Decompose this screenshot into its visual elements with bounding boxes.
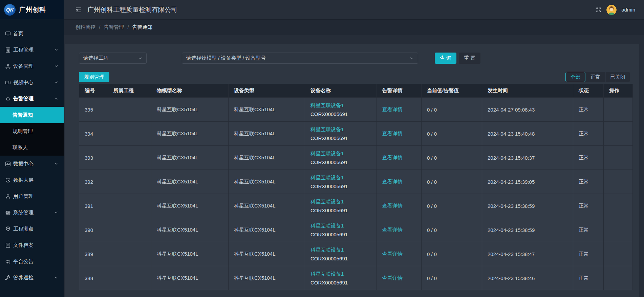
sidebar-item-archives[interactable]: 文件档案: [0, 237, 64, 253]
sidebar-item-data-screen[interactable]: 数据大屏: [0, 172, 64, 188]
cell-type: 科星互联CX5104L: [229, 122, 305, 146]
sidebar-item-label: 设备管理: [13, 63, 54, 70]
project-select[interactable]: 请选择工程: [79, 53, 147, 64]
chevron-down-icon: [54, 162, 58, 166]
sidebar-item-users[interactable]: 用户管理: [0, 188, 64, 204]
sidebar-item-home[interactable]: 首页: [0, 25, 64, 42]
view-detail-link[interactable]: 查看详情: [382, 227, 403, 233]
device-link[interactable]: 科星互联设备1: [310, 223, 344, 229]
file-icon: [5, 242, 11, 248]
sidebar-item-announcements[interactable]: 平台公告: [0, 253, 64, 270]
chevron-down-icon: [54, 276, 58, 280]
device-code: CORX00005691: [310, 159, 374, 165]
pin-icon: [5, 226, 11, 232]
search-button[interactable]: 查 询: [435, 53, 456, 64]
logo: QK 广州创科: [0, 0, 64, 19]
cell-project: [108, 194, 151, 218]
brand-name: 广州创科: [19, 5, 46, 14]
app-root: QK 广州创科 首页 工程管理 设备管理 视频中心: [0, 0, 644, 297]
sidebar-item-label: 数据中心: [13, 161, 54, 167]
breadcrumb: 创科智控 / 告警管理 / 告警通知: [64, 19, 644, 35]
cell-type: 科星互联CX5104L: [229, 194, 305, 218]
fullscreen-icon[interactable]: [596, 7, 602, 13]
device-code: CORX00005691: [310, 207, 374, 213]
cell-value: 0 / 0: [422, 266, 482, 290]
cell-id: 395: [79, 98, 108, 122]
breadcrumb-separator: /: [127, 24, 129, 30]
filter-row: 请选择工程 请选择物模型 / 设备类型 / 设备型号 查 询 重 置: [79, 53, 632, 64]
cell-model: 科星互联CX5104L: [151, 194, 229, 218]
breadcrumb-item-root[interactable]: 创科智控: [75, 24, 95, 31]
toolbar-row: 规则管理 全部 正常 已关闭: [79, 72, 632, 82]
cell-project: [108, 98, 151, 122]
model-select-placeholder: 请选择物模型 / 设备类型 / 设备型号: [186, 55, 266, 61]
sidebar-subitem-alarm-notice[interactable]: 告警通知: [0, 107, 64, 123]
device-code: CORX00005691: [310, 135, 374, 141]
view-detail-link[interactable]: 查看详情: [382, 203, 403, 209]
cell-type: 科星互联CX5104L: [229, 242, 305, 266]
cell-detail: 查看详情: [377, 146, 422, 170]
cell-model: 科星互联CX5104L: [151, 242, 229, 266]
device-link[interactable]: 科星互联设备1: [310, 271, 344, 277]
view-detail-link[interactable]: 查看详情: [382, 131, 403, 136]
project-icon: [5, 47, 11, 53]
view-detail-link[interactable]: 查看详情: [382, 179, 403, 184]
cell-project: [108, 266, 151, 290]
cell-project: [108, 146, 151, 170]
device-link[interactable]: 科星互联设备1: [310, 247, 344, 253]
username[interactable]: admin: [621, 7, 635, 13]
chart-icon: [5, 161, 11, 167]
tab-all[interactable]: 全部: [565, 72, 585, 82]
device-link[interactable]: 科星互联设备1: [310, 175, 344, 180]
cell-device: 科星互联设备1CORX00005691: [305, 218, 377, 242]
tab-closed[interactable]: 已关闭: [605, 72, 630, 82]
sidebar-subitem-rule-manage[interactable]: 规则管理: [0, 123, 64, 139]
breadcrumb-separator: /: [99, 24, 100, 30]
tab-normal[interactable]: 正常: [585, 72, 605, 82]
cell-op: [604, 194, 633, 218]
breadcrumb-item-alarm-manage[interactable]: 告警管理: [104, 24, 124, 31]
rules-manage-button[interactable]: 规则管理: [79, 72, 109, 82]
view-detail-link[interactable]: 查看详情: [382, 155, 403, 160]
cell-status: 正常: [573, 122, 604, 146]
device-link[interactable]: 科星互联设备1: [310, 199, 344, 204]
cell-device: 科星互联设备1CORX00005691: [305, 194, 377, 218]
cell-project: [108, 170, 151, 194]
table-row: 388科星互联CX5104L科星互联CX5104L科星互联设备1CORX0000…: [79, 266, 633, 290]
cell-type: 科星互联CX5104L: [229, 170, 305, 194]
view-detail-link[interactable]: 查看详情: [382, 275, 403, 281]
device-link[interactable]: 科星互联设备1: [310, 126, 344, 132]
device-code: CORX00005691: [310, 111, 374, 117]
device-link[interactable]: 科星互联设备1: [310, 151, 344, 156]
view-detail-link[interactable]: 查看详情: [382, 251, 403, 257]
main-column: 广州创科工程质量检测有限公司 admin 创科智控 /: [64, 0, 644, 297]
sidebar-item-devices[interactable]: 设备管理: [0, 58, 64, 74]
content-area: 请选择工程 请选择物模型 / 设备类型 / 设备型号 查 询 重 置 规则管理 …: [64, 35, 644, 297]
sidebar-item-label: 数据大屏: [13, 177, 58, 183]
cell-detail: 查看详情: [377, 266, 422, 290]
model-select[interactable]: 请选择物模型 / 设备类型 / 设备型号: [182, 53, 418, 64]
table-row: 394科星互联CX5104L科星互联CX5104L科星互联设备1CORX0000…: [79, 122, 633, 146]
status-filter-tabs: 全部 正常 已关闭: [565, 72, 630, 82]
sidebar-item-inspection[interactable]: 管养巡检: [0, 270, 64, 286]
sidebar-item-measure-points[interactable]: 工程测点: [0, 221, 64, 237]
user-icon: [5, 194, 11, 199]
cell-model: 科星互联CX5104L: [151, 122, 229, 146]
avatar[interactable]: [606, 5, 617, 15]
sidebar-item-label: 告警通知: [13, 112, 33, 118]
cell-device: 科星互联设备1CORX00005691: [305, 146, 377, 170]
sidebar-item-video[interactable]: 视频中心: [0, 74, 64, 91]
view-detail-link[interactable]: 查看详情: [382, 106, 403, 112]
sidebar-item-projects[interactable]: 工程管理: [0, 42, 64, 58]
collapse-sidebar-icon[interactable]: [75, 6, 82, 13]
sidebar-item-alarms[interactable]: 告警管理: [0, 91, 64, 107]
sidebar-item-system[interactable]: 系统管理: [0, 204, 64, 221]
sidebar-item-data-center[interactable]: 数据中心: [0, 156, 64, 172]
col-header-op: 操作: [604, 84, 633, 98]
cell-detail: 查看详情: [377, 170, 422, 194]
sidebar-subitem-contacts[interactable]: 联系人: [0, 139, 64, 156]
chevron-up-icon: [54, 97, 58, 101]
device-link[interactable]: 科星互联设备1: [310, 102, 344, 108]
reset-button[interactable]: 重 置: [459, 53, 480, 64]
col-header-id: 编号: [79, 84, 108, 98]
